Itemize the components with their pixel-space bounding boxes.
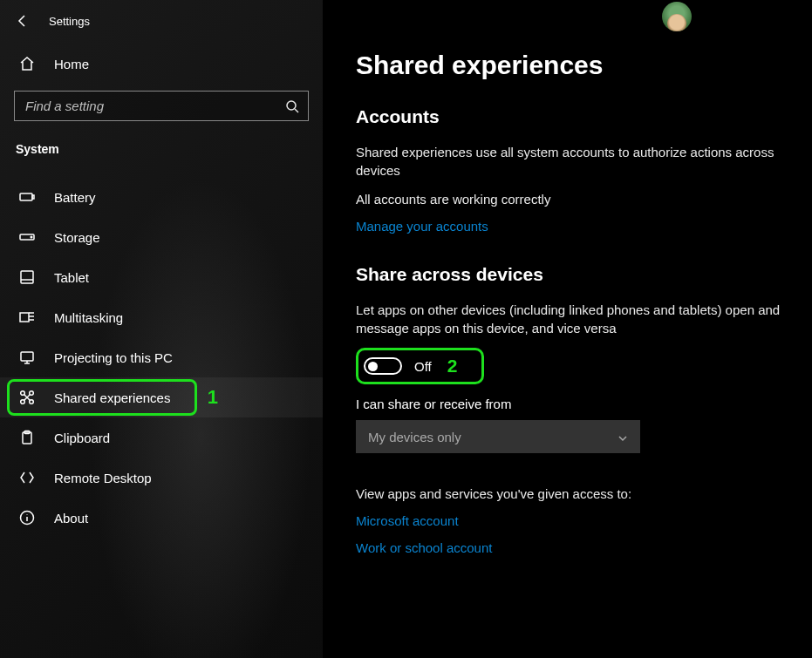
svg-rect-7 [21, 352, 33, 361]
microsoft-account-link[interactable]: Microsoft account [356, 513, 789, 528]
svg-rect-2 [32, 195, 34, 199]
back-arrow-icon[interactable] [16, 14, 30, 28]
search-icon [285, 99, 299, 113]
annotation-number-1: 1 [208, 386, 218, 409]
sidebar-item-clipboard[interactable]: Clipboard [0, 417, 323, 458]
sidebar-item-label: Tablet [54, 270, 89, 285]
sidebar-item-label: Storage [54, 230, 100, 245]
sidebar-item-tablet[interactable]: Tablet [0, 257, 323, 297]
sidebar-item-label: About [54, 511, 88, 526]
about-icon [19, 510, 35, 526]
sidebar-item-label: Clipboard [54, 431, 110, 445]
user-avatar[interactable] [662, 2, 692, 31]
accounts-status: All accounts are working correctly [356, 190, 789, 208]
accounts-description: Shared experiences use all system accoun… [356, 143, 789, 180]
svg-point-4 [31, 236, 32, 238]
access-lead-text: View apps and services you've given acce… [356, 485, 789, 503]
share-across-description: Let apps on other devices (including lin… [356, 301, 789, 337]
svg-rect-5 [21, 271, 33, 283]
remote-desktop-icon [19, 470, 35, 485]
sidebar-item-label: Projecting to this PC [54, 350, 173, 365]
share-toggle-wrapper: Off 2 [356, 348, 484, 384]
chevron-down-icon [618, 431, 628, 442]
access-links: Microsoft account Work or school account [356, 513, 789, 555]
svg-point-0 [287, 101, 296, 110]
clipboard-icon [19, 430, 35, 445]
share-across-heading: Share across devices [356, 264, 789, 285]
toggle-knob [368, 362, 378, 371]
main-content: Shared experiences Accounts Shared exper… [323, 0, 812, 658]
accounts-heading: Accounts [356, 106, 789, 127]
sidebar-nav: Battery Storage Tablet Multitasking Proj… [0, 168, 323, 538]
svg-point-10 [30, 391, 34, 396]
share-toggle[interactable] [364, 357, 402, 375]
sidebar-group-heading: System [0, 139, 323, 168]
search-input-wrapper[interactable] [14, 91, 309, 121]
sidebar-item-label: Remote Desktop [54, 471, 152, 485]
sidebar-item-label: Multitasking [54, 310, 123, 325]
window-title: Settings [49, 15, 90, 28]
sidebar-item-shared-experiences[interactable]: Shared experiences 1 [0, 377, 323, 417]
page-title: Shared experiences [356, 51, 789, 80]
dropdown-selected-value: My devices only [368, 430, 461, 444]
home-button[interactable]: Home [0, 49, 323, 85]
share-from-label: I can share or receive from [356, 397, 789, 411]
annotation-number-2: 2 [447, 356, 458, 376]
sidebar-item-label: Battery [54, 190, 96, 205]
search-input[interactable] [25, 98, 285, 113]
home-icon [19, 56, 35, 71]
titlebar: Settings [0, 7, 323, 49]
svg-rect-6 [20, 313, 29, 322]
toggle-state-label: Off [414, 359, 432, 374]
multitasking-icon [19, 309, 35, 325]
sidebar-item-about[interactable]: About [0, 498, 323, 538]
manage-accounts-link[interactable]: Manage your accounts [356, 219, 488, 234]
sidebar-item-battery[interactable]: Battery [0, 177, 323, 217]
tablet-icon [19, 269, 35, 285]
sidebar-item-multitasking[interactable]: Multitasking [0, 297, 323, 337]
shared-experiences-icon [19, 390, 35, 405]
sidebar-item-storage[interactable]: Storage [0, 217, 323, 257]
svg-rect-1 [20, 193, 32, 200]
sidebar-item-label: Shared experiences [54, 390, 170, 405]
share-from-dropdown[interactable]: My devices only [356, 420, 640, 453]
battery-icon [19, 189, 35, 205]
sidebar-item-remote-desktop[interactable]: Remote Desktop [0, 458, 323, 498]
svg-point-11 [21, 400, 25, 404]
work-school-account-link[interactable]: Work or school account [356, 540, 789, 555]
sidebar: Settings Home System Battery Storage [0, 0, 323, 658]
sidebar-item-projecting[interactable]: Projecting to this PC [0, 337, 323, 377]
storage-icon [19, 229, 35, 245]
projecting-icon [19, 349, 35, 365]
home-label: Home [54, 57, 89, 71]
